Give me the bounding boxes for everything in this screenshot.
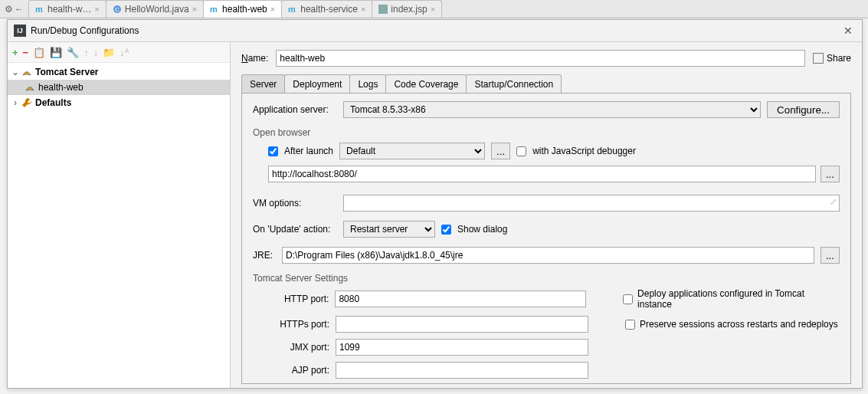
deploy-apps-label: Deploy applications configured in Tomcat… [637, 288, 840, 310]
name-input[interactable] [276, 50, 805, 67]
js-debugger-label: with JavaScript debugger [532, 146, 636, 156]
move-up-icon[interactable]: ↑ [84, 47, 89, 58]
close-icon[interactable]: × [361, 5, 365, 14]
tab-startup-connection[interactable]: Startup/Connection [466, 74, 562, 93]
close-icon[interactable]: × [94, 5, 99, 14]
back-icon[interactable]: ← [15, 4, 24, 15]
close-icon[interactable]: × [431, 5, 435, 14]
server-tab-panel: Application server: Tomcat 8.5.33-x86 Co… [241, 93, 851, 384]
tree-label: health-web [37, 82, 84, 93]
editor-tab[interactable]: m health-w… × [28, 0, 106, 18]
editor-tab-label: health-w… [47, 4, 91, 15]
share-label: Share [827, 53, 851, 64]
close-icon[interactable]: × [192, 5, 197, 14]
config-sidebar: + − 📋 💾 🔧 ↑ ↓ 📁 ↓ᴬ ⌄ Tomcat Server heal [8, 42, 231, 388]
dialog-titlebar: IJ Run/Debug Configurations ✕ [8, 20, 862, 42]
checkbox-icon [813, 53, 824, 64]
https-port-input[interactable] [336, 316, 588, 333]
svg-text:m: m [35, 5, 43, 14]
dialog-title: Run/Debug Configurations [31, 25, 840, 36]
js-debugger-checkbox[interactable] [516, 146, 526, 156]
jre-ellipsis-button[interactable]: ... [821, 247, 840, 264]
add-icon[interactable]: + [12, 47, 18, 58]
maven-icon: m [35, 5, 44, 14]
wrench-icon[interactable]: 🔧 [67, 47, 79, 58]
remove-icon[interactable]: − [23, 47, 29, 58]
chevron-right-icon[interactable]: › [11, 97, 20, 108]
app-server-label: Application server: [253, 104, 337, 115]
https-port-label: HTTPs port: [268, 319, 329, 330]
preserve-sessions-label: Preserve sessions across restarts and re… [640, 319, 838, 330]
svg-rect-5 [378, 5, 388, 14]
editor-tab-strip: ⚙ ← m health-w… × C HelloWorld.java × m … [0, 0, 868, 18]
vm-options-input[interactable] [343, 195, 840, 212]
tree-label: Tomcat Server [34, 67, 98, 77]
browser-select[interactable]: Default [339, 143, 485, 159]
jmx-port-input[interactable] [336, 339, 588, 356]
close-icon[interactable]: ✕ [840, 25, 856, 37]
editor-tab-label: index.jsp [391, 4, 427, 15]
show-dialog-label: Show dialog [457, 224, 507, 235]
browser-ellipsis-button[interactable]: ... [491, 143, 510, 159]
tomcat-icon [21, 67, 32, 77]
url-ellipsis-button[interactable]: ... [821, 166, 840, 182]
editor-tab-label: HelloWorld.java [125, 4, 189, 15]
config-tree: ⌄ Tomcat Server health-web › Defaults [8, 63, 230, 388]
http-port-label: HTTP port: [268, 294, 329, 304]
svg-text:m: m [288, 5, 296, 14]
jre-input[interactable] [282, 247, 814, 264]
copy-icon[interactable]: 📋 [33, 47, 45, 58]
expand-icon[interactable]: ⤢ [830, 197, 837, 207]
jsp-icon [378, 5, 388, 14]
tree-node-health-web[interactable]: health-web [8, 80, 230, 95]
share-checkbox[interactable]: Share [813, 53, 851, 64]
java-class-icon: C [113, 5, 122, 14]
ajp-port-label: AJP port: [268, 365, 329, 376]
run-debug-config-dialog: IJ Run/Debug Configurations ✕ + − 📋 💾 🔧 … [7, 19, 863, 389]
intellij-icon: IJ [14, 25, 26, 37]
editor-tab[interactable]: C HelloWorld.java × [106, 0, 204, 18]
jre-label: JRE: [253, 250, 276, 261]
tomcat-settings-legend: Tomcat Server Settings [253, 273, 840, 284]
show-dialog-checkbox[interactable] [441, 225, 451, 235]
config-form: Name: Share Server Deployment Logs Code … [231, 42, 862, 388]
run-configs-icon[interactable]: ⚙ [5, 4, 13, 15]
editor-tab[interactable]: m health-web × [203, 0, 282, 18]
http-port-input[interactable] [335, 291, 586, 307]
tomcat-icon [25, 82, 35, 93]
editor-tab[interactable]: m health-service × [281, 0, 372, 18]
folder-icon[interactable]: 📁 [103, 47, 115, 58]
on-update-label: On 'Update' action: [253, 224, 337, 235]
after-launch-label: After launch [284, 146, 333, 156]
close-icon[interactable]: × [270, 5, 275, 14]
svg-text:C: C [115, 6, 120, 13]
sort-icon[interactable]: ↓ᴬ [120, 47, 129, 58]
maven-icon: m [210, 5, 219, 14]
tab-deployment[interactable]: Deployment [284, 74, 350, 93]
tab-strip: Server Deployment Logs Code Coverage Sta… [241, 74, 851, 93]
jmx-port-label: JMX port: [268, 342, 329, 353]
configure-button[interactable]: Configure... [767, 101, 840, 118]
editor-tab[interactable]: index.jsp × [372, 0, 442, 18]
sidebar-toolbar: + − 📋 💾 🔧 ↑ ↓ 📁 ↓ᴬ [8, 42, 230, 63]
on-update-select[interactable]: Restart server [343, 221, 435, 238]
url-input[interactable] [268, 166, 816, 182]
editor-tab-label: health-web [222, 4, 267, 15]
tree-node-tomcat-server[interactable]: ⌄ Tomcat Server [8, 64, 230, 80]
name-label: Name: [241, 53, 268, 64]
deploy-apps-checkbox[interactable] [623, 294, 633, 304]
after-launch-checkbox[interactable] [268, 146, 278, 156]
maven-icon: m [288, 5, 297, 14]
save-icon[interactable]: 💾 [50, 47, 62, 58]
tab-logs[interactable]: Logs [349, 74, 386, 93]
tree-node-defaults[interactable]: › Defaults [8, 95, 230, 110]
move-down-icon[interactable]: ↓ [93, 47, 99, 58]
tab-server[interactable]: Server [241, 74, 285, 93]
app-server-select[interactable]: Tomcat 8.5.33-x86 [343, 101, 761, 118]
editor-tab-label: health-service [300, 4, 358, 15]
tab-code-coverage[interactable]: Code Coverage [385, 74, 467, 93]
wrench-icon [21, 97, 32, 108]
chevron-down-icon[interactable]: ⌄ [11, 67, 20, 77]
preserve-sessions-checkbox[interactable] [625, 320, 635, 330]
ajp-port-input[interactable] [336, 362, 588, 379]
